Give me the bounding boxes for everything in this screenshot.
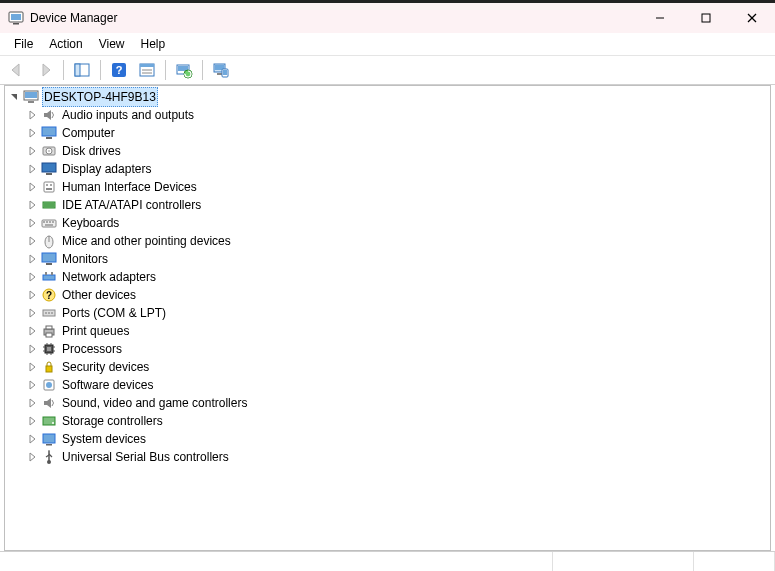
forward-button[interactable] xyxy=(32,57,58,83)
svg-text:?: ? xyxy=(116,64,123,76)
svg-rect-45 xyxy=(45,224,53,226)
tree-node[interactable]: Audio inputs and outputs xyxy=(5,106,770,124)
svg-rect-44 xyxy=(52,221,54,223)
status-cell xyxy=(694,552,775,571)
tree-node[interactable]: Universal Serial Bus controllers xyxy=(5,448,770,466)
scan-hardware-button[interactable] xyxy=(171,57,197,83)
expand-icon[interactable] xyxy=(25,398,39,408)
expand-icon[interactable] xyxy=(25,236,39,246)
expand-icon[interactable] xyxy=(25,290,39,300)
svg-rect-61 xyxy=(46,333,52,337)
expand-icon[interactable] xyxy=(25,452,39,462)
tree-node-label: System devices xyxy=(60,430,148,448)
expand-icon[interactable] xyxy=(25,128,39,138)
tree-node-label: Sound, video and game controllers xyxy=(60,394,249,412)
svg-point-57 xyxy=(48,312,50,314)
tree-node[interactable]: Keyboards xyxy=(5,214,770,232)
properties-button[interactable] xyxy=(134,57,160,83)
tree-node[interactable]: Human Interface Devices xyxy=(5,178,770,196)
help-button[interactable]: ? xyxy=(106,57,132,83)
tree-node-label: Mice and other pointing devices xyxy=(60,232,233,250)
menu-file[interactable]: File xyxy=(6,35,41,53)
svg-rect-43 xyxy=(49,221,51,223)
tree-node[interactable]: Computer xyxy=(5,124,770,142)
tree-node[interactable]: Storage controllers xyxy=(5,412,770,430)
svg-rect-37 xyxy=(43,202,55,208)
menubar: File Action View Help xyxy=(0,33,775,56)
monitor-icon xyxy=(41,251,57,267)
toolbar-separator xyxy=(63,60,64,80)
expand-icon[interactable] xyxy=(25,218,39,228)
toolbar-separator xyxy=(100,60,101,80)
expand-icon[interactable] xyxy=(25,254,39,264)
display-icon xyxy=(41,161,57,177)
tree-node[interactable]: Mice and other pointing devices xyxy=(5,232,770,250)
svg-rect-2 xyxy=(13,23,19,25)
svg-rect-41 xyxy=(43,221,45,223)
expand-icon[interactable] xyxy=(25,182,39,192)
tree-node[interactable]: Ports (COM & LPT) xyxy=(5,304,770,322)
tree-node-label: Network adapters xyxy=(60,268,158,286)
toolbar-separator xyxy=(202,60,203,80)
tree-node[interactable]: DESKTOP-4HF9B13 xyxy=(5,88,770,106)
expand-icon[interactable] xyxy=(25,380,39,390)
tree-node-label: Processors xyxy=(60,340,124,358)
device-tree[interactable]: DESKTOP-4HF9B13Audio inputs and outputsC… xyxy=(4,85,771,551)
tree-node[interactable]: ?Other devices xyxy=(5,286,770,304)
tree-node-label: Software devices xyxy=(60,376,155,394)
maximize-button[interactable] xyxy=(683,3,729,33)
storage-icon xyxy=(41,413,57,429)
svg-rect-72 xyxy=(46,366,52,372)
tree-node[interactable]: Network adapters xyxy=(5,268,770,286)
expand-icon[interactable] xyxy=(25,362,39,372)
menu-action[interactable]: Action xyxy=(41,35,90,53)
expand-icon[interactable] xyxy=(25,110,39,120)
status-cell xyxy=(0,552,553,571)
svg-rect-50 xyxy=(43,275,55,280)
svg-rect-24 xyxy=(25,92,37,98)
tree-node[interactable]: Security devices xyxy=(5,358,770,376)
devices-view-button[interactable] xyxy=(208,57,234,83)
tree-node[interactable]: Processors xyxy=(5,340,770,358)
tree-node-label: Keyboards xyxy=(60,214,121,232)
expand-icon[interactable] xyxy=(25,164,39,174)
tree-node[interactable]: Sound, video and game controllers xyxy=(5,394,770,412)
tree-node-label: DESKTOP-4HF9B13 xyxy=(42,87,158,107)
titlebar: Device Manager xyxy=(0,3,775,33)
expand-icon[interactable] xyxy=(25,434,39,444)
expand-icon[interactable] xyxy=(25,200,39,210)
svg-rect-25 xyxy=(28,101,34,103)
expand-icon[interactable] xyxy=(25,146,39,156)
svg-rect-32 xyxy=(46,173,52,175)
svg-rect-27 xyxy=(46,137,52,139)
close-button[interactable] xyxy=(729,3,775,33)
tree-node[interactable]: Print queues xyxy=(5,322,770,340)
tree-node[interactable]: Disk drives xyxy=(5,142,770,160)
expand-icon[interactable] xyxy=(25,416,39,426)
tree-node-label: Audio inputs and outputs xyxy=(60,106,196,124)
tree-node[interactable]: Display adapters xyxy=(5,160,770,178)
tree-node[interactable]: IDE ATA/ATAPI controllers xyxy=(5,196,770,214)
menu-view[interactable]: View xyxy=(91,35,133,53)
expand-icon[interactable] xyxy=(25,272,39,282)
svg-rect-31 xyxy=(42,163,56,172)
tree-node-label: Display adapters xyxy=(60,160,153,178)
show-hide-tree-button[interactable] xyxy=(69,57,95,83)
statusbar xyxy=(0,551,775,571)
expand-icon[interactable] xyxy=(25,344,39,354)
tree-node[interactable]: Monitors xyxy=(5,250,770,268)
menu-help[interactable]: Help xyxy=(133,35,174,53)
tree-node-label: Other devices xyxy=(60,286,138,304)
processor-icon xyxy=(41,341,57,357)
back-button[interactable] xyxy=(4,57,30,83)
expand-icon[interactable] xyxy=(25,308,39,318)
svg-rect-20 xyxy=(217,73,222,75)
tree-node-label: Disk drives xyxy=(60,142,123,160)
tree-node[interactable]: Software devices xyxy=(5,376,770,394)
keyboard-icon xyxy=(41,215,57,231)
tree-node-label: Security devices xyxy=(60,358,151,376)
minimize-button[interactable] xyxy=(637,3,683,33)
expand-icon[interactable] xyxy=(25,326,39,336)
tree-node[interactable]: System devices xyxy=(5,430,770,448)
collapse-icon[interactable] xyxy=(7,92,21,102)
